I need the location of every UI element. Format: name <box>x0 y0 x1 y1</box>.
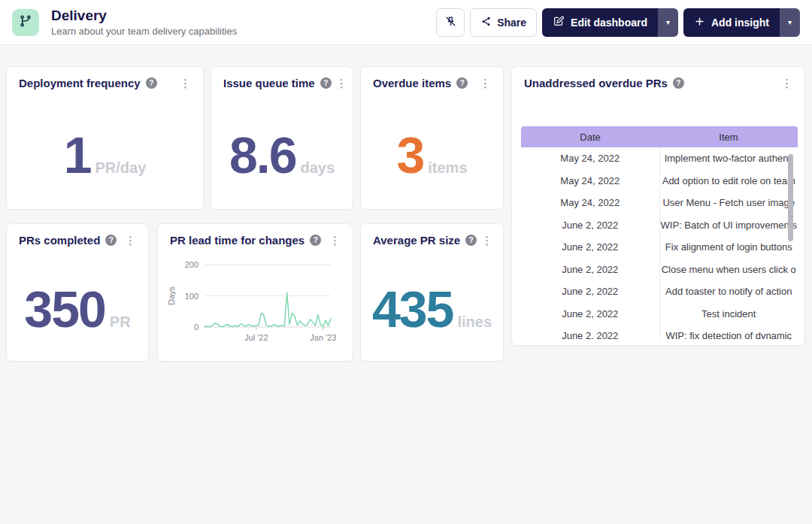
cell-date: June 2, 2022 <box>521 303 659 326</box>
unpin-button[interactable] <box>436 8 465 37</box>
page-title: Delivery <box>51 8 237 25</box>
metric-unit: days <box>300 159 335 177</box>
help-icon[interactable]: ? <box>310 235 321 246</box>
help-icon[interactable]: ? <box>465 235 477 246</box>
table-row: June 2, 2022Close menu when users click … <box>521 259 798 281</box>
metric-unit: items <box>428 159 467 177</box>
card-title: Unaddressed overdue PRs <box>524 77 668 89</box>
table-row: June 2, 2022Fix alignment of login butto… <box>521 236 798 259</box>
table-row: May 24, 2022User Menu - Fetch user image <box>521 192 798 214</box>
cell-date: May 24, 2022 <box>521 192 659 214</box>
add-insight-label: Add insight <box>711 17 769 29</box>
kebab-menu-icon[interactable]: ⋮ <box>777 77 797 89</box>
svg-text:0: 0 <box>194 323 198 332</box>
table-row: June 2, 2022Test incident <box>521 303 798 326</box>
column-header-item: Item <box>659 132 798 143</box>
cell-item: Add toaster to notify of action <box>659 280 798 303</box>
cell-date: June 2, 2022 <box>521 214 659 237</box>
cell-item: Add option to edit role on team <box>659 170 798 192</box>
table-header-row: Date Item <box>521 126 798 147</box>
column-header-date: Date <box>521 132 659 143</box>
pr-lead-time-chart: 0100200DaysJul '22Jan '23 <box>164 256 348 349</box>
kebab-menu-icon[interactable]: ⋮ <box>475 77 495 89</box>
edit-dashboard-split-button: Edit dashboard ▾ <box>542 8 678 37</box>
card-average-pr-size: Average PR size ? ⋮ 435 lines <box>360 223 504 362</box>
card-title: PR lead time for changes <box>170 234 304 247</box>
metric-unit: PR <box>110 313 131 331</box>
card-unaddressed-overdue-prs: Unaddressed overdue PRs ? ⋮ Date Item Ma… <box>511 66 805 346</box>
cell-item: User Menu - Fetch user image <box>659 192 798 214</box>
card-pr-lead-time: PR lead time for changes ? ⋮ 0100200Days… <box>157 223 353 362</box>
chevron-down-icon: ▾ <box>666 18 670 26</box>
pin-off-icon <box>444 15 457 30</box>
cell-date: June 2, 2022 <box>521 259 659 281</box>
svg-text:Days: Days <box>167 286 176 305</box>
kebab-menu-icon[interactable]: ⋮ <box>477 235 497 246</box>
cell-date: June 2, 2022 <box>521 325 659 339</box>
overdue-prs-table-body: May 24, 2022Implement two-factor authent… <box>521 147 798 339</box>
cell-item: Test incident <box>659 303 798 326</box>
cell-item: WIP: fix detection of dynamic <box>659 325 798 339</box>
table-scrollbar[interactable] <box>788 154 793 241</box>
table-row: June 2, 2022WIP: fix detection of dynami… <box>521 325 798 339</box>
metric-unit: PR/day <box>95 159 147 177</box>
metric-value: 435 <box>372 283 453 335</box>
add-insight-button[interactable]: Add insight <box>683 8 780 37</box>
dashboard-logo <box>12 9 39 36</box>
page-subtitle: Learn about your team delivery capabilit… <box>51 26 237 37</box>
cell-date: June 2, 2022 <box>521 280 659 303</box>
cell-date: May 24, 2022 <box>521 147 659 170</box>
table-row: May 24, 2022Implement two-factor authent… <box>521 147 798 170</box>
header-actions: Share Edit dashboard ▾ <box>436 8 800 37</box>
plus-icon <box>694 16 705 29</box>
svg-text:Jan '23: Jan '23 <box>310 333 336 342</box>
card-overdue-items: Overdue items ? ⋮ 3 items <box>360 66 504 210</box>
app-header: Delivery Learn about your team delivery … <box>0 0 812 45</box>
help-icon[interactable]: ? <box>146 77 157 89</box>
share-button-label: Share <box>497 17 526 29</box>
card-title: Issue queue time <box>223 77 315 89</box>
svg-text:200: 200 <box>185 260 198 269</box>
kebab-menu-icon[interactable]: ⋮ <box>325 235 345 246</box>
cell-item: WIP: Batch of UI improvements <box>659 214 798 237</box>
metric-value: 1 <box>64 129 91 180</box>
svg-text:100: 100 <box>185 292 198 301</box>
table-row: May 24, 2022Add option to edit role on t… <box>521 170 798 192</box>
kebab-menu-icon[interactable]: ⋮ <box>175 77 195 89</box>
metric-value: 8.6 <box>229 129 296 180</box>
card-title: Overdue items <box>373 77 451 89</box>
chevron-down-icon: ▾ <box>788 18 792 26</box>
help-icon[interactable]: ? <box>105 235 117 246</box>
help-icon[interactable]: ? <box>673 77 684 89</box>
dashboard-board: Deployment frequency ? ⋮ 1 PR/day Issue … <box>0 45 812 524</box>
cell-item: Fix alignment of login buttons <box>659 236 798 259</box>
add-insight-split-button: Add insight ▾ <box>683 8 800 37</box>
git-branch-icon <box>19 14 32 31</box>
cell-date: May 24, 2022 <box>521 170 659 192</box>
kebab-menu-icon[interactable]: ⋮ <box>332 77 352 89</box>
metric-value: 350 <box>24 283 105 335</box>
card-title: PRs completed <box>19 234 100 247</box>
table-row: June 2, 2022WIP: Batch of UI improvement… <box>521 214 798 237</box>
kebab-menu-icon[interactable]: ⋮ <box>120 235 141 246</box>
cell-date: June 2, 2022 <box>521 236 659 259</box>
edit-dashboard-caret-button[interactable]: ▾ <box>658 8 678 37</box>
edit-dashboard-button[interactable]: Edit dashboard <box>542 8 658 37</box>
add-insight-caret-button[interactable]: ▾ <box>780 8 800 37</box>
card-prs-completed: PRs completed ? ⋮ 350 PR <box>6 223 149 362</box>
cell-item: Implement two-factor authenti <box>659 147 798 170</box>
card-issue-queue-time: Issue queue time ? ⋮ 8.6 days <box>211 66 353 210</box>
help-icon[interactable]: ? <box>320 77 332 89</box>
cell-item: Close menu when users click o <box>659 259 798 281</box>
table-row: June 2, 2022Add toaster to notify of act… <box>521 280 798 303</box>
edit-dashboard-label: Edit dashboard <box>571 17 647 29</box>
card-title: Average PR size <box>373 234 460 247</box>
pencil-square-icon <box>553 15 565 29</box>
metric-value: 3 <box>396 129 423 180</box>
help-icon[interactable]: ? <box>456 77 468 89</box>
metric-unit: lines <box>457 313 492 331</box>
card-title: Deployment frequency <box>19 77 141 89</box>
svg-text:Jul '22: Jul '22 <box>244 333 268 342</box>
share-button[interactable]: Share <box>470 8 537 37</box>
card-deployment-frequency: Deployment frequency ? ⋮ 1 PR/day <box>6 66 204 210</box>
